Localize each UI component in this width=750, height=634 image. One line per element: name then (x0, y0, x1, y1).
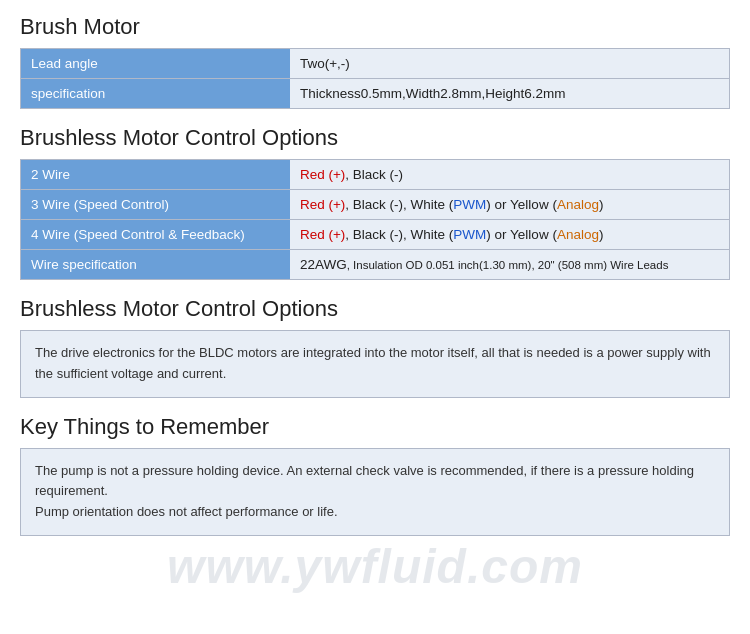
black-text: Black (-) (353, 197, 403, 212)
brush-motor-table: Lead angle Two(+,-) specification Thickn… (20, 48, 730, 109)
table-row: 3 Wire (Speed Control) Red (+), Black (-… (21, 190, 730, 220)
lead-angle-label: Lead angle (21, 49, 290, 79)
2wire-value: Red (+), Black (-) (290, 160, 730, 190)
brushless-description-box: The drive electronics for the BLDC motor… (20, 330, 730, 398)
4wire-label: 4 Wire (Speed Control & Feedback) (21, 220, 290, 250)
key-things-box: The pump is not a pressure holding devic… (20, 448, 730, 536)
specification-value: Thickness0.5mm,Width2.8mm,Height6.2mm (290, 79, 730, 109)
black-text: Black (-) (353, 227, 403, 242)
table-row: specification Thickness0.5mm,Width2.8mm,… (21, 79, 730, 109)
table-row: 2 Wire Red (+), Black (-) (21, 160, 730, 190)
table-row: Lead angle Two(+,-) (21, 49, 730, 79)
red-text: Red (+) (300, 227, 345, 242)
pwm-text: PWM (453, 227, 486, 242)
red-text: Red (+) (300, 197, 345, 212)
key-things-title: Key Things to Remember (20, 414, 730, 440)
brushless-description-text: The drive electronics for the BLDC motor… (35, 345, 711, 381)
lead-angle-value: Two(+,-) (290, 49, 730, 79)
analog-text: Analog (557, 227, 599, 242)
page-content: Brush Motor Lead angle Two(+,-) specific… (0, 0, 750, 566)
pwm-text: PWM (453, 197, 486, 212)
table-row: 4 Wire (Speed Control & Feedback) Red (+… (21, 220, 730, 250)
brush-motor-title: Brush Motor (20, 14, 730, 40)
table-row: Wire specification 22AWG, Insulation OD … (21, 250, 730, 280)
key-thing-2: Pump orientation does not affect perform… (35, 504, 338, 519)
black-text: Black (-) (353, 167, 403, 182)
3wire-label: 3 Wire (Speed Control) (21, 190, 290, 220)
4wire-value: Red (+), Black (-), White (PWM) or Yello… (290, 220, 730, 250)
key-thing-1: The pump is not a pressure holding devic… (35, 463, 694, 499)
wire-spec-detail: , Insulation OD 0.051 inch(1.30 mm), 20"… (347, 259, 669, 271)
brushless-desc-title: Brushless Motor Control Options (20, 296, 730, 322)
2wire-label: 2 Wire (21, 160, 290, 190)
wire-spec-value: 22AWG, Insulation OD 0.051 inch(1.30 mm)… (290, 250, 730, 280)
specification-label: specification (21, 79, 290, 109)
red-text: Red (+) (300, 167, 345, 182)
wire-spec-awg: 22AWG (300, 257, 347, 272)
brushless-options-table: 2 Wire Red (+), Black (-) 3 Wire (Speed … (20, 159, 730, 280)
brushless-options-title: Brushless Motor Control Options (20, 125, 730, 151)
3wire-value: Red (+), Black (-), White (PWM) or Yello… (290, 190, 730, 220)
wire-spec-label: Wire specification (21, 250, 290, 280)
analog-text: Analog (557, 197, 599, 212)
